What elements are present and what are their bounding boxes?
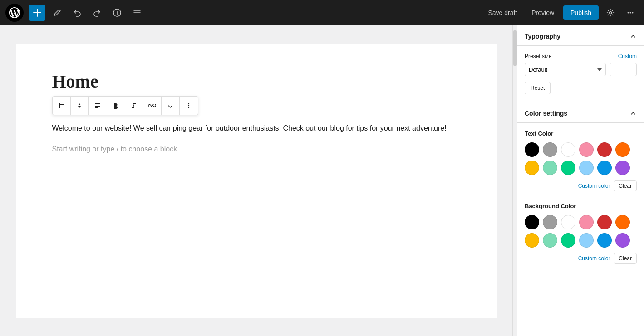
- color-swatch-black[interactable]: [525, 142, 539, 157]
- more-options-button[interactable]: [622, 5, 639, 21]
- svg-point-3: [630, 12, 631, 14]
- custom-size-input[interactable]: [610, 63, 637, 76]
- redo-button[interactable]: [89, 5, 105, 21]
- color-swatch-pink[interactable]: [579, 142, 594, 157]
- bg-color-swatch-pink[interactable]: [579, 215, 594, 229]
- align-button[interactable]: [89, 97, 107, 115]
- color-swatch-light-blue[interactable]: [579, 161, 594, 175]
- block-options-button[interactable]: [180, 97, 198, 115]
- color-swatch-white[interactable]: [561, 142, 575, 157]
- preset-size-select[interactable]: Default: [525, 63, 606, 76]
- edit-button[interactable]: [49, 5, 65, 21]
- color-settings-body: Text Color Custom color Clear: [517, 123, 644, 275]
- save-draft-button[interactable]: Save draft: [482, 5, 522, 20]
- color-swatch-yellow[interactable]: [525, 161, 539, 175]
- add-block-button[interactable]: [29, 5, 45, 21]
- wordpress-logo[interactable]: [5, 4, 24, 22]
- empty-block-placeholder[interactable]: Start writing or type / to choose a bloc…: [52, 145, 461, 153]
- color-settings-header: Color settings: [517, 102, 644, 123]
- settings-sidebar: Typography Preset size Custom Default Re…: [517, 25, 644, 336]
- editor-content: Home: [16, 44, 497, 318]
- editor-scrollbar[interactable]: [512, 25, 517, 336]
- text-color-swatches: [525, 142, 637, 175]
- bg-color-swatch-yellow[interactable]: [525, 233, 539, 248]
- block-toolbar: [52, 96, 198, 115]
- paragraph-block[interactable]: Welcome to our website! We sell camping …: [52, 122, 461, 134]
- editor-area[interactable]: Home: [0, 25, 512, 336]
- paragraph-type-button[interactable]: [53, 97, 71, 115]
- bg-custom-color-link[interactable]: Custom color: [578, 255, 610, 262]
- settings-button[interactable]: [602, 5, 619, 21]
- preview-button[interactable]: Preview: [526, 5, 560, 20]
- list-view-button[interactable]: [129, 5, 145, 21]
- heading-block[interactable]: Home: [52, 71, 461, 93]
- bg-color-swatch-green[interactable]: [561, 233, 575, 248]
- bg-color-swatch-black[interactable]: [525, 215, 539, 229]
- text-color-clear-button[interactable]: Clear: [614, 180, 637, 191]
- svg-point-2: [628, 12, 629, 14]
- bg-color-swatch-gray[interactable]: [543, 215, 557, 229]
- bg-color-swatch-dark-red[interactable]: [597, 215, 612, 229]
- bg-color-swatch-purple[interactable]: [615, 233, 630, 248]
- color-settings-collapse-button[interactable]: [629, 110, 637, 117]
- color-swatch-dark-red[interactable]: [597, 142, 612, 157]
- link-button[interactable]: [143, 97, 162, 115]
- color-swatch-green[interactable]: [561, 161, 575, 175]
- italic-button[interactable]: [125, 97, 143, 115]
- color-swatch-blue[interactable]: [597, 161, 612, 175]
- undo-button[interactable]: [69, 5, 85, 21]
- bg-color-swatch-blue[interactable]: [597, 233, 612, 248]
- color-swatch-orange[interactable]: [615, 142, 630, 157]
- color-swatch-gray[interactable]: [543, 142, 557, 157]
- text-color-label: Text Color: [525, 130, 637, 137]
- main-area: Home: [0, 25, 644, 336]
- color-settings-title: Color settings: [525, 110, 567, 117]
- bg-color-swatch-light-blue[interactable]: [579, 233, 594, 248]
- typography-section-header: Typography: [517, 25, 644, 46]
- top-toolbar: Save draft Preview Publish: [0, 0, 644, 25]
- move-up-down-button[interactable]: [71, 97, 89, 115]
- svg-point-7: [188, 107, 189, 108]
- typography-collapse-button[interactable]: [629, 33, 637, 40]
- svg-point-4: [632, 12, 634, 14]
- background-color-swatches: [525, 215, 637, 248]
- typography-title: Typography: [525, 33, 560, 40]
- bold-button[interactable]: [107, 97, 125, 115]
- typography-reset-button[interactable]: Reset: [525, 82, 551, 94]
- more-rich-text-button[interactable]: [162, 97, 180, 115]
- preset-size-label: Preset size: [525, 53, 551, 59]
- color-swatch-purple[interactable]: [615, 161, 630, 175]
- color-swatch-light-green[interactable]: [543, 161, 557, 175]
- background-color-label: Background Color: [525, 203, 637, 209]
- info-button[interactable]: [109, 5, 125, 21]
- scrollbar-thumb: [513, 30, 517, 66]
- publish-button[interactable]: Publish: [563, 5, 599, 20]
- typography-body: Preset size Custom Default Reset: [517, 46, 644, 102]
- bg-color-swatch-orange[interactable]: [615, 215, 630, 229]
- text-custom-color-link[interactable]: Custom color: [578, 183, 610, 189]
- svg-point-6: [188, 105, 189, 106]
- color-divider: [525, 197, 637, 197]
- bg-color-swatch-light-green[interactable]: [543, 233, 557, 248]
- bg-color-swatch-white[interactable]: [561, 215, 575, 229]
- svg-point-1: [610, 12, 612, 14]
- custom-label: Custom: [618, 53, 637, 59]
- svg-point-5: [188, 103, 189, 104]
- bg-color-clear-button[interactable]: Clear: [614, 253, 637, 264]
